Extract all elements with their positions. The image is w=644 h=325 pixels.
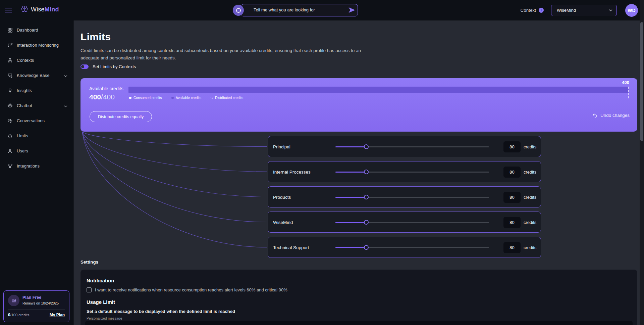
context-dropdown-value: WiseMind (557, 8, 576, 13)
app-logo[interactable]: WiseMind (20, 5, 59, 14)
assistant-orb-icon[interactable] (233, 5, 244, 16)
app: WiseMind Context i WiseMind WD (0, 0, 644, 325)
credit-slider[interactable] (335, 146, 489, 147)
brain-logo-icon (20, 5, 29, 14)
sidebar-item-knowledge-base[interactable]: Knowledge Base (0, 68, 73, 83)
legend-consumed: Consumed credits (129, 96, 162, 100)
knowledge-base-icon (7, 73, 13, 78)
sidebar-item-users[interactable]: Users (0, 143, 73, 158)
limits-icon (7, 133, 13, 139)
available-credits-panel: Available credits 400/400 400 Consumed c… (80, 78, 637, 132)
distribute-equally-button[interactable]: Distribute credits equally (90, 111, 152, 122)
slider-knob[interactable] (364, 170, 369, 174)
slider-knob[interactable] (364, 220, 369, 225)
legend-distributed: Distributed credits (211, 96, 243, 100)
contexts-icon (7, 57, 13, 63)
sidebar-nav: Dashboard Interaction Monitoring Context… (0, 20, 73, 174)
scrollbar-thumb[interactable] (640, 22, 643, 141)
credit-slider[interactable] (335, 197, 489, 198)
credit-amount-input[interactable] (503, 242, 521, 253)
sidebar-item-chatbot[interactable]: Chatbot (0, 98, 73, 113)
sidebar: Dashboard Interaction Monitoring Context… (0, 20, 74, 325)
plan-card: Plan Free Renews on 10/24/2025 0/100 cre… (3, 290, 69, 322)
credits-legend: Consumed credits Available credits Distr… (129, 96, 243, 100)
scrollbar-track (640, 0, 644, 325)
users-icon (7, 148, 13, 154)
limit-row-principal: Principal credits (268, 136, 541, 157)
credit-amount-input[interactable] (503, 141, 521, 152)
limit-row-internal-processes: Internal Processes credits (268, 161, 541, 182)
avatar[interactable]: WD (625, 4, 638, 17)
settings-heading: Settings (80, 260, 98, 265)
usage-limit-description: Set a default message to be displayed wh… (87, 309, 235, 314)
page-title: Limits (80, 31, 111, 43)
settings-card: Notification I want to receive notificat… (80, 270, 637, 325)
credit-slider[interactable] (335, 222, 489, 223)
credit-amount-input[interactable] (503, 217, 521, 228)
context-label: Context (520, 8, 536, 13)
crown-icon (8, 295, 19, 306)
undo-icon (592, 113, 597, 118)
set-limits-toggle[interactable] (80, 64, 89, 69)
sidebar-item-integrations[interactable]: Integrations (0, 158, 73, 174)
topbar: WiseMind Context i WiseMind WD (0, 0, 644, 20)
undo-changes-button[interactable]: Undo changes (592, 113, 630, 118)
info-icon[interactable]: i (539, 8, 544, 13)
limits-toggle-row: Set Limits by Contexts (80, 64, 136, 69)
credits-count: 400/400 (89, 93, 115, 101)
credits-progress-bar (128, 87, 629, 93)
chevron-down-icon (609, 9, 612, 11)
plan-credits: 0/100 credits (8, 313, 30, 317)
main-content: Limits Credit limits can be distributed … (74, 20, 644, 325)
limit-row-wisemind: WiseMind credits (268, 212, 541, 233)
send-icon[interactable] (348, 7, 356, 13)
credit-slider[interactable] (335, 247, 489, 248)
chevron-down-icon (64, 103, 67, 109)
logo-text: WiseMind (31, 6, 59, 13)
consumed-dot-icon (129, 97, 131, 99)
personalized-message-input[interactable] (85, 321, 633, 325)
chatbot-icon (7, 103, 13, 108)
integrations-icon (7, 163, 13, 169)
dashboard-icon (7, 27, 13, 33)
interaction-monitoring-icon (7, 42, 13, 48)
limit-row-products: Products credits (268, 186, 541, 207)
sidebar-item-limits[interactable]: Limits (0, 128, 73, 143)
sidebar-item-contexts[interactable]: Contexts (0, 53, 73, 68)
slider-knob[interactable] (364, 195, 369, 199)
plan-renew-date: Renews on 10/24/2025 (22, 301, 59, 305)
notification-title: Notification (87, 278, 114, 283)
available-dot-icon (171, 97, 174, 99)
credits-max-label: 400 (622, 80, 629, 85)
search-input[interactable] (254, 4, 341, 15)
slider-knob[interactable] (364, 144, 369, 149)
credit-amount-input[interactable] (503, 167, 521, 178)
distributed-dot-icon (211, 97, 213, 99)
conversations-icon (7, 118, 13, 124)
insights-icon (7, 88, 13, 93)
legend-available: Available credits (171, 96, 201, 100)
sidebar-item-conversations[interactable]: Conversations (0, 113, 73, 128)
sidebar-item-insights[interactable]: Insights (0, 83, 73, 98)
context-dropdown[interactable]: WiseMind (551, 5, 617, 16)
search-bar (233, 4, 359, 16)
credit-slider[interactable] (335, 172, 489, 173)
notification-checkbox-row: I want to receive notifications when res… (87, 287, 287, 292)
notification-checkbox-label: I want to receive notifications when res… (95, 287, 287, 292)
page-description: Credit limits can be distributed among c… (80, 47, 364, 61)
credits-limit-marker (628, 87, 629, 98)
slider-knob[interactable] (364, 245, 369, 250)
menu-icon[interactable] (5, 7, 12, 13)
my-plan-link[interactable]: My Plan (50, 313, 65, 317)
usage-limit-title: Usage Limit (87, 299, 115, 305)
credit-amount-input[interactable] (503, 192, 521, 203)
context-area: Context i WiseMind WD (520, 0, 644, 20)
toggle-label: Set Limits by Contexts (93, 64, 136, 69)
sidebar-item-dashboard[interactable]: Dashboard (0, 22, 73, 38)
personalized-message-label: Personalized message (87, 316, 122, 320)
sidebar-item-interaction-monitoring[interactable]: Interaction Monitoring (0, 38, 73, 53)
notification-checkbox[interactable] (87, 287, 92, 292)
available-credits-label: Available credits (89, 86, 123, 91)
chevron-down-icon (64, 73, 67, 79)
limit-row-technical-support: Technical Support credits (268, 237, 541, 258)
